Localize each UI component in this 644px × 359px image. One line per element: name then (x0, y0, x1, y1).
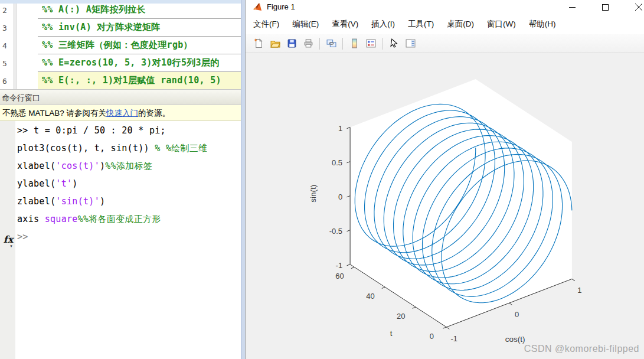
y-axis-label: t (390, 329, 393, 338)
command-segment-code: zlabel( (17, 196, 55, 207)
x-tick (446, 327, 449, 329)
editor-line[interactable]: 5%% E=zeros(10, 5, 3)对10行5列3层的 (0, 54, 241, 72)
menu-item[interactable]: 帮助(H) (529, 19, 556, 30)
save-figure-icon[interactable] (285, 37, 298, 50)
toolbar-separator (319, 38, 320, 50)
line-number: 3 (0, 19, 13, 37)
command-line[interactable]: >> t = 0:pi / 50 : 20 * pi; (15, 125, 241, 143)
y-tick-label: 40 (366, 292, 374, 301)
command-segment-comment: %%添加标签 (105, 161, 152, 171)
line-number: 5 (0, 54, 13, 72)
line-number: 4 (0, 37, 13, 54)
command-line[interactable]: xlabel('cos(t)')%%添加标签 (15, 161, 241, 178)
menu-item[interactable]: 查看(V) (332, 19, 358, 30)
editor-lines: 2%% A(:) A矩阵按列拉长3%% inv(A) 对方阵求逆矩阵4%% 三维… (0, 4, 241, 90)
editor-line[interactable]: 4%% 三维矩阵（例如：色度处理rgb） (0, 37, 241, 54)
editor-code-area[interactable]: %% E=zeros(10, 5, 3)对10行5列3层的 (38, 54, 241, 72)
z-tick (347, 230, 351, 231)
command-segment-code: plot3(cos(t), t, sin(t)) (17, 143, 155, 154)
command-line[interactable]: axis square%%将各面变成正方形 (15, 214, 241, 231)
z-tick-label: -0.5 (329, 227, 342, 236)
command-segment-string: square (45, 214, 78, 224)
matlab-logo-icon (253, 2, 262, 12)
comment-text: %% E(:, :, 1)对1层赋值 rand(10, 5) (38, 72, 241, 89)
command-window[interactable]: >> t = 0:pi / 50 : 20 * pi;plot3(cos(t),… (15, 121, 241, 359)
banner-text-post: 的资源。 (138, 109, 170, 118)
comment-text: %% E=zeros(10, 5, 3)对10行5列3层的 (38, 54, 241, 71)
command-line[interactable]: plot3(cos(t), t, sin(t)) % %绘制三维 (15, 143, 241, 161)
print-figure-icon[interactable] (302, 37, 315, 50)
code-fold-gutter[interactable] (13, 54, 17, 72)
toolbar-separator (382, 38, 383, 50)
command-segment-comment: %%将各面变成正方形 (78, 214, 161, 224)
editor-code-area[interactable]: %% 三维矩阵（例如：色度处理rgb） (38, 37, 241, 54)
command-line[interactable]: zlabel('sin(t)') (15, 196, 241, 214)
figure-toolbar (246, 34, 644, 53)
code-editor[interactable]: 2%% A(:) A矩阵按列拉长3%% inv(A) 对方阵求逆矩阵4%% 三维… (0, 4, 241, 90)
menu-item[interactable]: 文件(F) (253, 19, 279, 30)
command-line[interactable]: >> (15, 231, 241, 249)
minimize-icon[interactable] (563, 1, 581, 13)
editor-line[interactable]: 2%% A(:) A矩阵按列拉长 (0, 4, 241, 19)
z-tick (347, 196, 351, 197)
x-tick (509, 303, 512, 305)
code-fold-gutter[interactable] (13, 72, 17, 90)
y-tick-label: 60 (335, 272, 344, 280)
editor-code-area[interactable]: %% E(:, :, 1)对1层赋值 rand(10, 5) (38, 72, 241, 90)
open-file-icon[interactable] (269, 37, 282, 50)
command-segment-code: >> t = 0:pi / 50 : 20 * pi; (17, 125, 166, 136)
command-line[interactable]: ylabel('t') (15, 178, 241, 196)
link-plot-icon[interactable] (325, 37, 338, 50)
z-axis-label: sin(t) (309, 185, 318, 203)
y-tick (413, 307, 416, 308)
comment-text: %% A(:) A矩阵按列拉长 (38, 4, 241, 18)
menu-item[interactable]: 窗口(W) (487, 19, 516, 30)
x-tick-label: -1 (450, 334, 457, 343)
line-number: 2 (0, 4, 13, 19)
z-tick-label: 0.5 (332, 158, 342, 167)
command-segment-string: 't' (55, 178, 72, 189)
figure-menubar: 文件(F)编辑(E)查看(V)插入(I)工具(T)桌面(D)窗口(W)帮助(H) (246, 14, 644, 34)
command-segment-code: ylabel( (17, 178, 55, 189)
menu-item[interactable]: 工具(T) (408, 19, 434, 30)
z-tick-label: 0 (338, 192, 342, 201)
command-segment-prompt: >> (17, 231, 28, 242)
editor-line[interactable]: 3%% inv(A) 对方阵求逆矩阵 (0, 19, 241, 37)
y-tick (382, 287, 385, 288)
plot-canvas[interactable]: -1-0.500.510204060-101sin(t)tcos(t) (246, 53, 644, 359)
editor-line[interactable]: 6%% E(:, :, 1)对1层赋值 rand(10, 5) (0, 72, 241, 90)
z-tick (347, 265, 351, 266)
x-tick (572, 279, 575, 280)
quick-start-link[interactable]: 快速入门 (106, 109, 138, 118)
y-tick-label: 20 (397, 312, 405, 321)
editor-code-area[interactable]: %% A(:) A矩阵按列拉长 (38, 4, 241, 19)
property-inspector-icon[interactable] (404, 37, 417, 50)
code-fold-gutter[interactable] (13, 4, 17, 19)
edit-plot-cursor-icon[interactable] (387, 37, 400, 50)
screen: 2%% A(:) A矩阵按列拉长3%% inv(A) 对方阵求逆矩阵4%% 三维… (0, 0, 644, 359)
code-fold-gutter[interactable] (13, 19, 17, 37)
code-fold-gutter[interactable] (13, 37, 17, 54)
editor-code-area[interactable]: %% inv(A) 对方阵求逆矩阵 (38, 19, 241, 37)
command-segment-code: ) (72, 178, 77, 189)
menu-item[interactable]: 编辑(E) (292, 19, 319, 30)
csdn-watermark: CSDN @komorebi-filpped (524, 344, 639, 354)
insert-colorbar-icon[interactable] (348, 37, 361, 50)
maximize-icon[interactable] (596, 1, 614, 13)
figure-titlebar[interactable]: Figure 1 (246, 0, 644, 14)
command-segment-code: axis (17, 214, 45, 224)
y-tick-label: 0 (430, 332, 434, 341)
menu-item[interactable]: 桌面(D) (447, 19, 474, 30)
figure-window-title: Figure 1 (267, 2, 295, 11)
z-tick-label: 1 (338, 124, 342, 133)
y-tick (351, 267, 355, 268)
menu-item[interactable]: 插入(I) (371, 19, 395, 30)
fx-function-hints-button[interactable]: fx ▾ (1, 234, 15, 247)
new-figure-icon[interactable] (252, 37, 265, 50)
command-segment-code: xlabel( (17, 161, 55, 171)
editor-scrollbar[interactable] (241, 0, 245, 359)
close-icon[interactable] (630, 1, 644, 13)
z-tick-label: -1 (336, 261, 343, 270)
insert-legend-icon[interactable] (364, 37, 377, 50)
comment-text: %% inv(A) 对方阵求逆矩阵 (38, 19, 241, 36)
